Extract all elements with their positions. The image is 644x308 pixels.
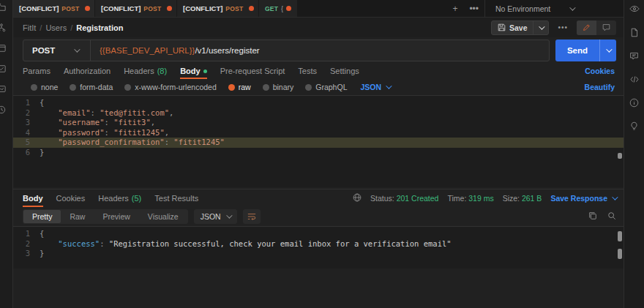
breadcrumb-separator: / [40,23,42,32]
code-token: : [105,128,114,137]
wrap-text-icon [247,212,256,221]
breadcrumb-item[interactable]: FitIt [23,23,36,32]
body-type-raw[interactable]: raw [228,83,251,91]
response-tab-headers[interactable]: Headers(5) [98,189,141,207]
environment-name: No Environment [495,4,550,13]
line-number: 1 [13,98,40,108]
body-language-selector[interactable]: JSON [360,83,390,91]
documentation-icon[interactable] [629,27,639,40]
body-type-none[interactable]: none [31,83,58,91]
tab-label: Pre-request Script [220,67,285,75]
info-icon[interactable] [629,97,639,110]
eye-icon[interactable] [629,4,640,17]
radio-icon [124,84,131,91]
response-tab-test-results[interactable]: Test Results [154,189,198,207]
response-tab-body[interactable]: Body [23,189,43,207]
code-token: , [165,128,169,137]
more-actions-button[interactable]: ••• [555,23,571,31]
code-content: "password": "fitit1245", [40,128,169,138]
request-tab[interactable]: [CONFLICT]POSTLogo... [177,0,259,17]
code-token: "success" [58,239,100,248]
code-token: "fitit3" [113,118,151,127]
tab-label: Params [23,67,50,75]
tab-method-label: POST [61,5,79,12]
comment-mode-button[interactable] [596,20,616,35]
request-toolbar: FitIt/Users/Registration Save ••• [13,18,624,37]
response-view-tabs: PrettyRawPreviewVisualize [23,209,188,224]
request-body-editor[interactable]: 1{2 "email": "ted@fitit.com",3 "username… [13,95,624,187]
environment-selector[interactable]: No Environment [484,0,624,17]
save-response-button[interactable]: Save Response [550,194,616,203]
chevron-down-icon [569,4,575,10]
save-button[interactable]: Save [491,20,550,35]
request-tab[interactable]: GET{ [259,0,298,17]
code-content: "password_confirmation": "fitit1245" [40,138,225,148]
url-input[interactable]: {{BASE_DEV_API_URL}}/v1/users/register [91,40,269,61]
line-number: 4 [13,128,40,138]
monitor-icon[interactable] [0,85,6,94]
request-tab-strip: [CONFLICT]POSTRegi...[CONFLICT]POSTLogin… [13,0,624,18]
tab-label: Tests [298,67,317,75]
lightbulb-icon[interactable] [629,121,639,134]
cookies-link[interactable]: Cookies [585,67,615,75]
request-tab[interactable]: [CONFLICT]POSTLogin [95,0,177,17]
collections-icon[interactable] [0,3,6,12]
chevron-down-icon [612,194,618,200]
code-token [40,118,58,127]
pencil-icon [583,23,591,31]
radio-icon [31,84,37,91]
code-token: "password_confirmation" [58,138,164,146]
wrap-lines-button[interactable] [243,209,261,224]
body-type-options: noneform-datax-www-form-urlencodedrawbin… [13,79,624,95]
search-icon[interactable] [607,210,616,223]
view-tab-raw[interactable]: Raw [61,210,94,223]
api-branch-icon[interactable] [0,23,6,32]
comments-icon[interactable] [629,50,639,64]
response-body-editor[interactable]: 1{2 "success": "Registration successful,… [13,226,624,268]
body-type-GraphQL[interactable]: GraphQL [305,83,347,91]
tab-authorization[interactable]: Authorization [64,63,111,79]
code-line: 1{ [13,229,624,239]
tab-conflict-label: [CONFLICT] [183,4,222,12]
tab-params[interactable]: Params [23,63,50,79]
code-token: } [40,249,44,258]
response-language-selector[interactable]: JSON [194,209,237,224]
breadcrumb-item[interactable]: Users [45,23,67,32]
tab-pre-request-script[interactable]: Pre-request Script [220,63,285,79]
tab-options-button[interactable]: ••• [463,0,484,17]
body-type-binary[interactable]: binary [263,83,294,91]
breadcrumb-item[interactable]: Registration [76,23,123,32]
code-token: { [40,229,44,238]
view-tab-preview[interactable]: Preview [94,210,138,223]
tab-body[interactable]: Body [180,63,207,79]
mock-server-icon[interactable] [0,64,6,73]
save-options-button[interactable] [533,21,548,34]
request-tab[interactable]: [CONFLICT]POSTRegi... [13,0,95,17]
copy-icon[interactable] [588,210,597,223]
history-icon[interactable] [0,105,6,114]
body-type-form-data[interactable]: form-data [70,83,113,91]
code-token: } [40,148,44,157]
unsaved-dot-icon [167,6,172,11]
tab-tests[interactable]: Tests [298,63,317,79]
environment-icon[interactable] [0,44,6,53]
edit-mode-button[interactable] [577,20,596,35]
tab-label: Cookies [56,194,86,203]
send-button[interactable]: Send [555,40,616,61]
view-tab-visualize[interactable]: Visualize [139,210,187,223]
response-tab-cookies[interactable]: Cookies [56,189,86,207]
response-language: JSON [201,212,221,221]
radio-label: form-data [80,83,113,91]
view-tab-pretty[interactable]: Pretty [23,210,61,223]
tab-headers[interactable]: Headers(8) [124,63,167,79]
line-number: 2 [13,108,40,119]
send-options-button[interactable] [599,40,616,61]
tab-settings[interactable]: Settings [330,63,359,79]
beautify-link[interactable]: Beautify [585,83,615,91]
code-line: 2 "success": "Registration successful, c… [13,239,624,249]
new-tab-button[interactable]: + [446,0,463,17]
code-token: "username" [58,118,104,127]
method-selector[interactable]: POST [23,40,91,61]
code-snippet-icon[interactable] [629,74,640,87]
body-type-x-www-form-urlencoded[interactable]: x-www-form-urlencoded [124,83,216,91]
